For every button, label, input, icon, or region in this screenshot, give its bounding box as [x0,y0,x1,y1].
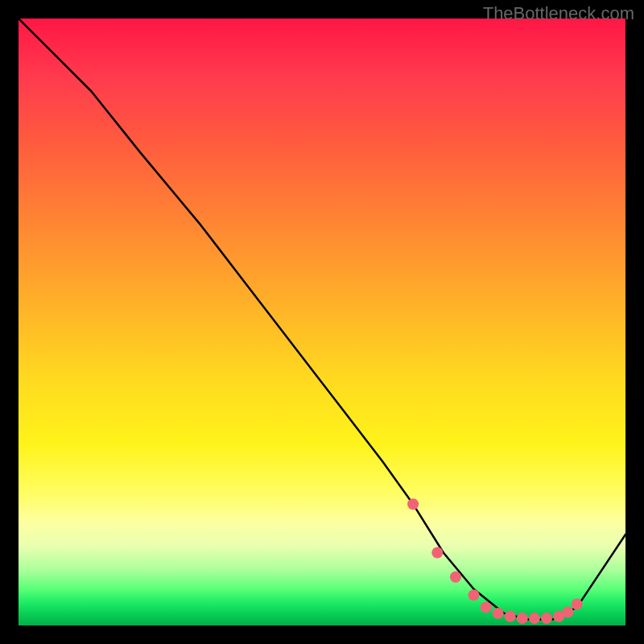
marker-dot [450,572,461,583]
marker-dot [562,606,573,617]
marker-dot [517,613,528,624]
marker-dot [529,613,540,624]
marker-dot [505,611,516,622]
marker-dot [469,589,480,601]
marker-dot [541,613,552,624]
marker-dot [407,498,419,510]
bottleneck-curve [19,19,625,620]
marker-dot [431,547,443,559]
marker-dot [493,608,504,619]
chart-overlay [19,19,625,625]
marker-dot [481,601,492,613]
marker-dot [572,599,583,610]
plot-area [19,19,625,625]
watermark-text: TheBottleneck.com [483,3,634,24]
